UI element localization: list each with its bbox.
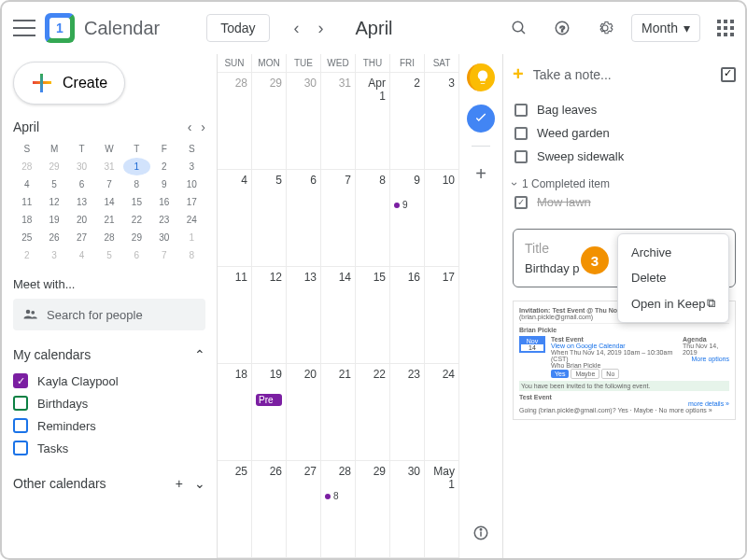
keep-app-icon[interactable] bbox=[467, 63, 495, 91]
day-cell[interactable]: 13 bbox=[287, 267, 321, 364]
day-cell[interactable]: 24 bbox=[425, 364, 459, 461]
calendar-checkbox[interactable]: ✓ bbox=[13, 373, 28, 388]
day-cell[interactable]: 20 bbox=[287, 364, 321, 461]
context-menu-item[interactable]: Archive bbox=[618, 240, 728, 265]
day-cell[interactable]: 4 bbox=[218, 170, 252, 267]
day-cell[interactable]: 14 bbox=[321, 267, 356, 364]
day-cell[interactable]: 19Pre bbox=[252, 364, 287, 461]
day-cell[interactable]: 30 bbox=[287, 73, 321, 170]
chevron-right-icon: › bbox=[508, 182, 521, 186]
day-cell[interactable]: 15 bbox=[356, 267, 390, 364]
day-cell[interactable]: 25 bbox=[218, 461, 252, 558]
take-note-input[interactable]: Take a note... bbox=[533, 67, 712, 82]
todo-checkbox[interactable] bbox=[514, 104, 528, 117]
app-header: 1 Calendar Today ‹ › April ? Month ▾ bbox=[2, 2, 745, 54]
day-cell[interactable]: May 1 bbox=[425, 461, 459, 558]
keep-note-card[interactable]: Title Birthday p 3 ArchiveDeleteOpen in … bbox=[513, 229, 736, 287]
calendar-checkbox[interactable] bbox=[13, 418, 28, 433]
next-period-button[interactable]: › bbox=[315, 15, 328, 42]
day-cell[interactable]: 16 bbox=[390, 267, 425, 364]
calendar-item[interactable]: Reminders bbox=[13, 414, 205, 437]
calendar-item[interactable]: Birthdays bbox=[13, 392, 205, 414]
day-cell[interactable]: 21 bbox=[321, 364, 356, 461]
calendar-item[interactable]: ✓Kayla Claypool bbox=[13, 370, 205, 392]
todo-item[interactable]: Sweep sidewalk bbox=[513, 145, 736, 168]
context-menu-item[interactable]: Delete bbox=[618, 265, 728, 290]
svg-point-0 bbox=[513, 21, 523, 32]
day-cell[interactable]: 5 bbox=[252, 170, 287, 267]
day-cell[interactable]: 29 bbox=[356, 461, 390, 558]
day-cell[interactable]: 2 bbox=[390, 73, 425, 170]
current-month-label: April bbox=[356, 18, 393, 39]
view-selector[interactable]: Month ▾ bbox=[631, 14, 700, 42]
day-cell[interactable]: 8 bbox=[356, 170, 390, 267]
day-cell[interactable]: 27 bbox=[287, 461, 321, 558]
todo-checkbox[interactable] bbox=[514, 127, 528, 140]
todo-item[interactable]: Bag leaves bbox=[513, 98, 736, 121]
calendar-label: Birthdays bbox=[37, 397, 88, 411]
chevron-down-icon: ▾ bbox=[684, 21, 690, 35]
day-cell[interactable]: 12 bbox=[252, 267, 287, 364]
prev-period-button[interactable]: ‹ bbox=[290, 15, 303, 42]
create-button[interactable]: Create bbox=[13, 62, 125, 105]
add-addon-button[interactable]: + bbox=[467, 160, 495, 188]
context-menu-item[interactable]: Open in Keep⧉ bbox=[618, 290, 728, 316]
day-cell[interactable]: 23 bbox=[390, 364, 425, 461]
mini-calendar[interactable]: SMTWTFS 28293031123456789101112131415161… bbox=[13, 140, 205, 264]
info-icon[interactable] bbox=[467, 519, 495, 547]
settings-gear-icon[interactable] bbox=[596, 19, 614, 37]
day-cell[interactable]: 7 bbox=[321, 170, 356, 267]
hamburger-menu-icon[interactable] bbox=[13, 20, 35, 36]
help-icon[interactable]: ? bbox=[553, 19, 571, 37]
todo-checkbox[interactable]: ✓ bbox=[514, 196, 528, 209]
day-cell[interactable]: Apr 1 bbox=[356, 73, 390, 170]
todo-label: Mow lawn bbox=[537, 195, 591, 209]
search-icon[interactable] bbox=[510, 19, 529, 37]
todo-item[interactable]: Weed garden bbox=[513, 121, 736, 145]
day-cell[interactable]: 26 bbox=[252, 461, 287, 558]
keep-panel: + Take a note... Bag leavesWeed gardenSw… bbox=[502, 54, 745, 558]
day-cell[interactable]: 6 bbox=[287, 170, 321, 267]
other-calendars-toggle[interactable]: Other calendars + ⌄ bbox=[13, 476, 205, 491]
todo-label: Sweep sidewalk bbox=[537, 149, 624, 163]
day-cell[interactable]: 10 bbox=[425, 170, 459, 267]
event-chip[interactable]: Pre bbox=[256, 394, 282, 406]
todo-checkbox[interactable] bbox=[514, 150, 528, 163]
day-cell[interactable]: 30 bbox=[390, 461, 425, 558]
svg-point-5 bbox=[31, 311, 35, 315]
google-apps-icon[interactable] bbox=[717, 20, 734, 36]
calendar-grid[interactable]: SUNMONTUEWEDTHUFRISAT 28293031Apr 123456… bbox=[217, 54, 459, 558]
calendar-checkbox[interactable] bbox=[13, 441, 28, 455]
calendar-checkbox[interactable] bbox=[13, 396, 28, 411]
chevron-down-icon: ⌄ bbox=[194, 476, 205, 491]
left-sidebar: Create April ‹ › SMTWTFS 282930311234567… bbox=[2, 54, 217, 558]
add-other-calendar-button[interactable]: + bbox=[176, 476, 183, 491]
calendar-item[interactable]: Tasks bbox=[13, 437, 205, 459]
search-people-input[interactable]: Search for people bbox=[13, 299, 205, 330]
day-cell[interactable]: 22 bbox=[356, 364, 390, 461]
chevron-up-icon: ⌃ bbox=[194, 347, 205, 362]
todo-label: Bag leaves bbox=[537, 103, 597, 117]
my-calendars-toggle[interactable]: My calendars ⌃ bbox=[13, 347, 205, 362]
mini-next-button[interactable]: › bbox=[201, 119, 205, 134]
calendar-logo: 1 bbox=[45, 13, 75, 43]
event-item[interactable]: 9 bbox=[394, 200, 420, 210]
day-cell[interactable]: 18 bbox=[218, 364, 252, 461]
new-list-icon[interactable] bbox=[721, 67, 736, 82]
day-cell[interactable]: 17 bbox=[425, 267, 459, 364]
day-cell[interactable]: 28 bbox=[218, 73, 252, 170]
mini-prev-button[interactable]: ‹ bbox=[188, 119, 192, 134]
svg-point-8 bbox=[480, 529, 482, 531]
completed-items-toggle[interactable]: › 1 Completed item bbox=[513, 177, 736, 190]
day-cell[interactable]: 99 bbox=[390, 170, 425, 267]
side-rail: + bbox=[459, 54, 502, 558]
tasks-app-icon[interactable] bbox=[467, 105, 495, 133]
event-item[interactable]: 8 bbox=[325, 491, 351, 501]
day-cell[interactable]: 11 bbox=[218, 267, 252, 364]
keep-new-note-plus-icon[interactable]: + bbox=[513, 63, 524, 85]
day-cell[interactable]: 288 bbox=[321, 461, 356, 558]
today-button[interactable]: Today bbox=[206, 14, 269, 42]
day-cell[interactable]: 31 bbox=[321, 73, 356, 170]
day-cell[interactable]: 29 bbox=[252, 73, 287, 170]
day-cell[interactable]: 3 bbox=[425, 73, 459, 170]
